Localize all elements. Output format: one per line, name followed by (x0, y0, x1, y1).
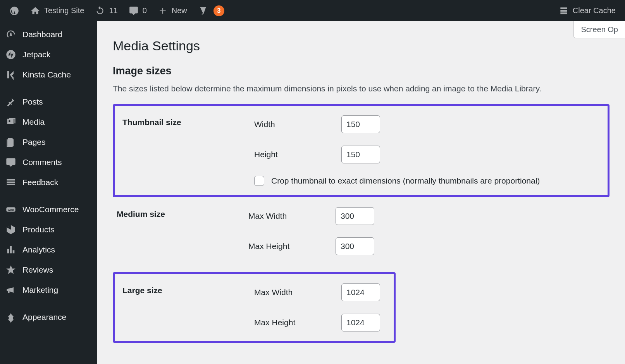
star-icon (5, 264, 16, 275)
woo-icon: woo (5, 204, 16, 215)
sidebar-item-label: Comments (22, 158, 62, 167)
sidebar-item-kinsta-cache[interactable]: Kinsta Cache (0, 65, 97, 85)
sidebar-item-label: Products (22, 225, 55, 234)
sidebar-item-label: Kinsta Cache (22, 70, 71, 79)
seo-badge: 3 (213, 5, 224, 16)
medium-max-width-input[interactable] (336, 207, 374, 225)
new-label: New (172, 6, 187, 15)
sidebar-item-reviews[interactable]: Reviews (0, 260, 97, 280)
main-content: Screen Op Media Settings Image sizes The… (97, 21, 625, 364)
thumbnail-height-input[interactable] (341, 146, 380, 163)
comment-bubble-icon (5, 157, 16, 168)
wordpress-icon (9, 6, 19, 16)
large-heading: Large size (122, 283, 254, 331)
megaphone-icon (5, 285, 16, 295)
sidebar-item-label: Pages (22, 137, 46, 147)
sidebar-item-label: Posts (22, 97, 43, 106)
pages-icon (5, 137, 16, 148)
updates-count: 11 (109, 6, 117, 15)
plus-icon (158, 6, 168, 16)
sidebar-item-media[interactable]: Media (0, 112, 97, 132)
section-description: The sizes listed below determine the max… (113, 84, 610, 93)
crop-checkbox[interactable] (254, 176, 264, 186)
medium-heading: Medium size (117, 207, 248, 255)
sidebar-item-label: Reviews (22, 265, 53, 275)
media-icon (5, 117, 16, 127)
sidebar-item-products[interactable]: Products (0, 220, 97, 240)
sidebar-item-label: Analytics (22, 245, 55, 254)
thumbnail-heading: Thumbnail size (122, 115, 254, 186)
new-content[interactable]: New (152, 0, 193, 21)
sidebar-item-label: Marketing (22, 285, 58, 295)
large-max-width-input[interactable] (341, 283, 380, 301)
medium-max-height-input[interactable] (336, 237, 374, 255)
update-icon (95, 6, 105, 16)
kinsta-icon (5, 69, 16, 80)
yoast-seo[interactable]: 3 (193, 0, 230, 21)
home-icon (30, 6, 40, 16)
cache-icon (559, 6, 569, 16)
section-title: Image sizes (113, 65, 610, 77)
svg-point-1 (9, 120, 10, 122)
sidebar-item-pages[interactable]: Pages (0, 132, 97, 152)
large-max-height-label: Max Height (254, 318, 341, 327)
sidebar-item-label: Jetpack (22, 50, 50, 59)
appearance-icon (5, 312, 16, 323)
thumbnail-size-group: Thumbnail size Width Height Crop thumbna… (113, 104, 610, 197)
sidebar-item-woocommerce[interactable]: woo WooCommerce (0, 199, 97, 220)
sidebar-item-label: Media (22, 117, 45, 127)
site-name-label: Testing Site (44, 6, 84, 15)
sidebar-item-appearance[interactable]: Appearance (0, 307, 97, 327)
sidebar-item-label: WooCommerce (22, 205, 79, 214)
thumbnail-height-label: Height (254, 150, 341, 159)
clear-cache-label: Clear Cache (573, 6, 616, 15)
comments-count: 0 (143, 6, 147, 15)
site-name[interactable]: Testing Site (25, 0, 90, 21)
sidebar-item-jetpack[interactable]: Jetpack (0, 45, 97, 65)
page-title: Media Settings (113, 38, 610, 53)
large-size-group: Large size Max Width Max Height (113, 272, 396, 343)
yoast-icon (198, 6, 208, 16)
products-icon (5, 224, 16, 235)
sidebar-item-posts[interactable]: Posts (0, 92, 97, 112)
wp-logo[interactable] (4, 0, 25, 21)
screen-options-label: Screen Op (581, 25, 618, 34)
dashboard-icon (5, 29, 16, 40)
feedback-icon (5, 177, 16, 188)
crop-label: Crop thumbnail to exact dimensions (norm… (271, 176, 540, 185)
clear-cache[interactable]: Clear Cache (553, 0, 621, 21)
screen-options-tab[interactable]: Screen Op (573, 21, 625, 38)
sidebar-item-label: Appearance (22, 312, 66, 322)
large-max-height-input[interactable] (341, 314, 380, 331)
medium-max-width-label: Max Width (248, 211, 336, 221)
sidebar-item-feedback[interactable]: Feedback (0, 172, 97, 192)
comments[interactable]: 0 (123, 0, 152, 21)
comment-icon (129, 6, 139, 16)
large-max-width-label: Max Width (254, 288, 341, 297)
updates[interactable]: 11 (90, 0, 123, 21)
thumbnail-width-label: Width (254, 120, 341, 129)
pin-icon (5, 96, 16, 107)
sidebar-item-marketing[interactable]: Marketing (0, 280, 97, 300)
admin-sidebar: Dashboard Jetpack Kinsta Cache Posts Med… (0, 21, 97, 364)
sidebar-item-analytics[interactable]: Analytics (0, 240, 97, 260)
jetpack-icon (5, 49, 16, 60)
sidebar-item-comments[interactable]: Comments (0, 152, 97, 172)
sidebar-item-dashboard[interactable]: Dashboard (0, 24, 97, 45)
admin-bar: Testing Site 11 0 New 3 Clear Cache (0, 0, 625, 21)
analytics-icon (5, 244, 16, 255)
svg-text:woo: woo (7, 208, 14, 212)
thumbnail-width-input[interactable] (341, 115, 380, 133)
svg-point-0 (6, 50, 15, 59)
sidebar-item-label: Dashboard (22, 30, 62, 39)
sidebar-item-label: Feedback (22, 178, 58, 187)
medium-max-height-label: Max Height (248, 242, 336, 251)
medium-size-group: Medium size Max Width Max Height (113, 206, 610, 257)
